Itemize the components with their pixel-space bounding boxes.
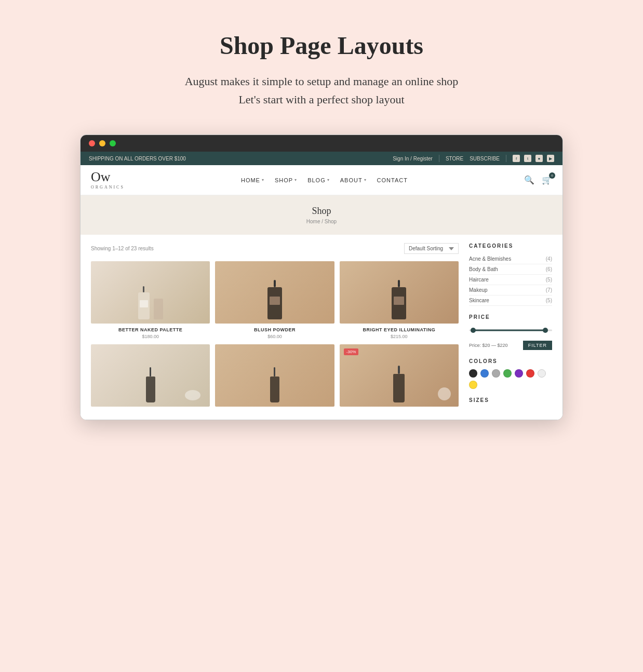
colors-grid [469, 369, 552, 389]
price-range-info: Price: $20 — $220 FILTER [469, 341, 552, 350]
shop-banner: Shop Home / Shop [81, 195, 562, 235]
cart-icon[interactable]: 🛒 0 [542, 175, 552, 185]
logo-sub: ORGANICS [91, 185, 125, 190]
colors-title: COLORS [469, 358, 552, 364]
bottle-shape [138, 286, 150, 319]
sale-badge: -30% [344, 348, 359, 355]
shop-banner-title: Shop [91, 206, 552, 217]
logo[interactable]: Ow ORGANICS [91, 170, 125, 190]
nav-contact[interactable]: CONTACT [377, 177, 408, 183]
store-link[interactable]: STORE [446, 156, 463, 162]
sort-select[interactable]: Default Sorting [404, 243, 459, 254]
color-red[interactable] [526, 369, 534, 378]
product-name: BETTER NAKED PALETTE [91, 327, 210, 332]
price-range-text: Price: $20 — $220 [469, 343, 508, 348]
price-section: PRICE Price: $20 — $220 FILTER [469, 314, 552, 350]
minimize-dot[interactable] [99, 140, 105, 146]
products-section: Showing 1–12 of 23 results Default Sorti… [91, 243, 459, 411]
main-nav: Ow ORGANICS HOME ▾ SHOP ▾ BLOG ▾ ABOUT ▾… [81, 165, 562, 195]
category-name: Haircare [469, 277, 489, 283]
product-price: $60.00 [215, 334, 334, 339]
nav-links: HOME ▾ SHOP ▾ BLOG ▾ ABOUT ▾ CONTACT [241, 177, 408, 183]
slider-fill [473, 330, 545, 331]
chevron-down-icon: ▾ [262, 178, 264, 182]
color-blue[interactable] [480, 369, 489, 378]
product-card[interactable]: BRIGHT EYED ILLUMINATING $215.00 [340, 261, 459, 339]
category-item-hair[interactable]: Haircare (5) [469, 275, 552, 285]
close-dot[interactable] [89, 140, 95, 146]
maximize-dot[interactable] [110, 140, 116, 146]
nav-actions: 🔍 🛒 0 [524, 175, 552, 185]
category-item-body[interactable]: Body & Bath (6) [469, 264, 552, 275]
product-image: -30% [340, 344, 459, 407]
chevron-down-icon: ▾ [294, 178, 297, 182]
product-image [215, 344, 334, 407]
sizes-title: SIZES [469, 397, 552, 403]
price-slider[interactable] [469, 325, 552, 335]
chevron-down-icon: ▾ [327, 178, 330, 182]
divider [439, 155, 439, 162]
color-green[interactable] [503, 369, 512, 378]
breadcrumb: Home / Shop [91, 219, 552, 224]
product-card[interactable] [91, 344, 210, 410]
subscribe-link[interactable]: SUBSCRIBE [470, 156, 500, 162]
category-name: Skincare [469, 298, 489, 303]
category-count: (7) [546, 287, 552, 293]
nav-home[interactable]: HOME ▾ [241, 177, 264, 183]
promo-text: SHIPPING ON ALL ORDERS OVER $100 [89, 156, 186, 162]
instagram-icon[interactable]: ● [535, 155, 543, 162]
category-name: Acne & Blemishes [469, 256, 511, 262]
page-title: Shop Page Layouts [220, 31, 423, 60]
price-title: PRICE [469, 314, 552, 320]
search-icon[interactable]: 🔍 [524, 175, 534, 185]
nav-about[interactable]: ABOUT ▾ [340, 177, 367, 183]
product-price: $180.00 [91, 334, 210, 339]
color-black[interactable] [469, 369, 477, 378]
browser-window: SHIPPING ON ALL ORDERS OVER $100 Sign In… [80, 135, 563, 420]
products-header: Showing 1–12 of 23 results Default Sorti… [91, 243, 459, 254]
category-count: (4) [546, 256, 552, 262]
chevron-down-icon: ▾ [364, 178, 367, 182]
facebook-icon[interactable]: f [513, 155, 520, 162]
divider2 [506, 155, 506, 162]
slider-handle-right[interactable] [543, 328, 548, 333]
sidebar: CATEGORIES Acne & Blemishes (4) Body & B… [469, 243, 552, 411]
results-count: Showing 1–12 of 23 results [91, 246, 154, 251]
product-card[interactable]: BETTER NAKED PALETTE $180.00 [91, 261, 210, 339]
colors-section: COLORS [469, 358, 552, 389]
category-item-makeup[interactable]: Makeup (7) [469, 285, 552, 295]
nav-shop[interactable]: SHOP ▾ [275, 177, 297, 183]
categories-section: CATEGORIES Acne & Blemishes (4) Body & B… [469, 243, 552, 306]
products-grid: BETTER NAKED PALETTE $180.00 [91, 261, 459, 410]
category-item-acne[interactable]: Acne & Blemishes (4) [469, 254, 552, 264]
product-card[interactable] [215, 344, 334, 410]
categories-title: CATEGORIES [469, 243, 552, 249]
category-count: (5) [546, 277, 552, 283]
signin-link[interactable]: Sign In / Register [393, 156, 433, 162]
product-card[interactable]: -30% [340, 344, 459, 410]
nav-blog[interactable]: BLOG ▾ [307, 177, 330, 183]
social-icons: f t ● ▶ [513, 155, 554, 162]
color-white[interactable] [538, 369, 546, 378]
slider-handle-left[interactable] [471, 328, 476, 333]
category-count: (6) [546, 266, 552, 272]
product-name: BLUSH POWDER [215, 327, 334, 332]
sizes-section: SIZES [469, 397, 552, 403]
shop-content: Showing 1–12 of 23 results Default Sorti… [81, 235, 562, 420]
color-yellow[interactable] [469, 381, 477, 389]
product-card[interactable]: BLUSH POWDER $60.00 [215, 261, 334, 339]
product-image [91, 261, 210, 324]
logo-text: Ow [91, 170, 111, 184]
color-gray[interactable] [492, 369, 500, 378]
product-image [91, 344, 210, 407]
category-name: Body & Bath [469, 266, 498, 272]
youtube-icon[interactable]: ▶ [547, 155, 554, 162]
filter-button[interactable]: FILTER [523, 341, 552, 350]
twitter-icon[interactable]: t [524, 155, 531, 162]
top-bar: SHIPPING ON ALL ORDERS OVER $100 Sign In… [81, 152, 562, 165]
category-name: Makeup [469, 287, 488, 293]
category-count: (5) [546, 298, 552, 303]
color-purple[interactable] [515, 369, 523, 378]
category-item-skincare[interactable]: Skincare (5) [469, 295, 552, 306]
top-bar-right: Sign In / Register STORE SUBSCRIBE f t ●… [393, 155, 554, 162]
